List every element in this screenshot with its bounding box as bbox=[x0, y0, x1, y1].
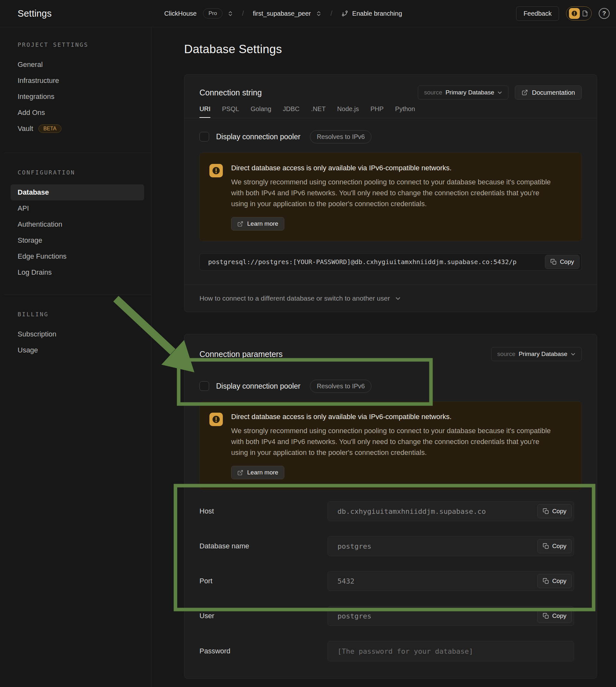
chevrons-up-down-icon[interactable] bbox=[228, 11, 233, 16]
host-field-row: Host db.cxhygiuitamxhniiddjm.supabase.co… bbox=[199, 501, 582, 521]
resolves-to-ipv6-badge: Resolves to IPv6 bbox=[310, 130, 371, 143]
warning-title: Direct database access is only available… bbox=[231, 413, 569, 421]
source-label: source bbox=[424, 89, 442, 96]
page-title: Database Settings bbox=[184, 43, 282, 56]
plan-badge: Pro bbox=[203, 8, 222, 19]
copy-host-button[interactable]: Copy bbox=[537, 504, 572, 518]
connection-string-title: Connection string bbox=[199, 86, 262, 99]
sidebar-item-edge-functions[interactable]: Edge Functions bbox=[0, 248, 151, 264]
pooler-label: Display connection pooler bbox=[216, 382, 300, 391]
sidebar-item-usage[interactable]: Usage bbox=[0, 342, 151, 358]
connection-uri-value: postgresql://postgres:[YOUR-PASSWORD]@db… bbox=[208, 258, 516, 266]
database-name-label: Database name bbox=[199, 542, 328, 550]
copy-icon bbox=[543, 613, 549, 619]
sidebar-item-subscription[interactable]: Subscription bbox=[0, 326, 151, 342]
external-link-icon bbox=[522, 89, 528, 96]
learn-more-button[interactable]: Learn more bbox=[231, 217, 284, 230]
password-label: Password bbox=[199, 647, 328, 655]
tab-dotnet[interactable]: .NET bbox=[311, 105, 326, 118]
password-input[interactable]: [The password for your database] bbox=[328, 641, 574, 661]
copy-database-name-button[interactable]: Copy bbox=[537, 539, 572, 553]
copy-user-button[interactable]: Copy bbox=[537, 609, 572, 623]
pooler-label: Display connection pooler bbox=[216, 133, 300, 141]
source-value: Primary Database bbox=[445, 89, 494, 96]
chevrons-up-down-icon[interactable] bbox=[316, 11, 322, 16]
source-label: source bbox=[497, 351, 515, 358]
connection-string-card: Connection string source Primary Databas… bbox=[184, 74, 597, 312]
user-label: User bbox=[199, 612, 328, 620]
port-input[interactable]: 5432 Copy bbox=[328, 571, 574, 591]
breadcrumb-project[interactable]: first_supabase_peer bbox=[253, 10, 311, 17]
source-select[interactable]: source Primary Database bbox=[491, 347, 582, 361]
sidebar-item-vault[interactable]: Vault BETA bbox=[0, 121, 151, 137]
sidebar-item-add-ons[interactable]: Add Ons bbox=[0, 105, 151, 121]
learn-more-button[interactable]: Learn more bbox=[231, 466, 284, 479]
tab-nodejs[interactable]: Node.js bbox=[337, 105, 359, 118]
database-name-field-row: Database name postgres Copy bbox=[199, 536, 582, 556]
help-button[interactable]: ? bbox=[599, 8, 610, 19]
documentation-label: Documentation bbox=[532, 89, 575, 96]
documentation-button[interactable]: Documentation bbox=[515, 86, 582, 99]
tab-golang[interactable]: Golang bbox=[251, 105, 271, 118]
source-select[interactable]: source Primary Database bbox=[418, 86, 508, 99]
connect-help-expander[interactable]: How to connect to a different database o… bbox=[184, 285, 597, 312]
git-branch-icon bbox=[341, 10, 348, 17]
chevron-down-icon bbox=[571, 352, 576, 357]
alert-icon bbox=[210, 164, 223, 177]
user-input[interactable]: postgres Copy bbox=[328, 606, 574, 626]
learn-more-label: Learn more bbox=[247, 469, 278, 476]
database-name-value: postgres bbox=[337, 542, 371, 550]
connection-parameter-fields: Host db.cxhygiuitamxhniiddjm.supabase.co… bbox=[199, 501, 582, 661]
copy-uri-button[interactable]: Copy bbox=[545, 255, 579, 269]
connection-string-tabs: URI PSQL Golang JDBC .NET Node.js PHP Py… bbox=[184, 99, 597, 118]
port-field-row: Port 5432 Copy bbox=[199, 571, 582, 591]
tab-python[interactable]: Python bbox=[395, 105, 415, 118]
connection-parameters-card: Connection parameters source Primary Dat… bbox=[184, 334, 597, 679]
display-connection-pooler-checkbox[interactable] bbox=[199, 132, 209, 141]
breadcrumb-org[interactable]: ClickHouse bbox=[164, 10, 197, 17]
port-value: 5432 bbox=[337, 577, 354, 585]
database-name-input[interactable]: postgres Copy bbox=[328, 536, 574, 556]
sidebar-item-authentication[interactable]: Authentication bbox=[0, 216, 151, 232]
copy-label: Copy bbox=[552, 508, 566, 515]
port-label: Port bbox=[199, 577, 328, 585]
tab-jdbc[interactable]: JDBC bbox=[283, 105, 299, 118]
tab-psql[interactable]: PSQL bbox=[222, 105, 239, 118]
page-header-title: Settings bbox=[18, 8, 51, 19]
user-value: postgres bbox=[337, 612, 371, 620]
sidebar-item-database[interactable]: Database bbox=[0, 184, 151, 200]
warning-title: Direct database access is only available… bbox=[231, 164, 569, 172]
password-field-row: Password [The password for your database… bbox=[199, 641, 582, 661]
copy-icon bbox=[543, 508, 549, 514]
copy-icon bbox=[550, 259, 557, 265]
header-actions: Feedback ? bbox=[516, 6, 616, 21]
copy-label: Copy bbox=[552, 542, 566, 550]
expander-label: How to connect to a different database o… bbox=[199, 294, 390, 302]
copy-icon bbox=[543, 578, 549, 584]
copy-port-button[interactable]: Copy bbox=[537, 574, 572, 588]
sidebar-item-storage[interactable]: Storage bbox=[0, 232, 151, 248]
tab-uri[interactable]: URI bbox=[199, 105, 210, 118]
settings-sidebar: PROJECT SETTINGS General Infrastructure … bbox=[0, 27, 151, 687]
sidebar-item-integrations[interactable]: Integrations bbox=[0, 89, 151, 105]
user-field-row: User postgres Copy bbox=[199, 606, 582, 626]
alert-icon bbox=[569, 8, 580, 19]
feedback-button[interactable]: Feedback bbox=[516, 6, 559, 21]
warning-body: We strongly recommend using connection p… bbox=[231, 177, 558, 209]
copy-label: Copy bbox=[560, 258, 574, 265]
breadcrumb-separator: / bbox=[330, 9, 332, 18]
sidebar-item-log-drains[interactable]: Log Drains bbox=[0, 264, 151, 281]
learn-more-label: Learn more bbox=[247, 220, 278, 227]
enable-branching-label: Enable branching bbox=[352, 10, 402, 17]
notifications-button[interactable] bbox=[566, 6, 592, 21]
sidebar-item-infrastructure[interactable]: Infrastructure bbox=[0, 73, 151, 89]
tab-php[interactable]: PHP bbox=[370, 105, 383, 118]
host-input[interactable]: db.cxhygiuitamxhniiddjm.supabase.co Copy bbox=[328, 501, 574, 521]
connection-uri-readout: postgresql://postgres:[YOUR-PASSWORD]@db… bbox=[199, 253, 582, 270]
source-value: Primary Database bbox=[519, 351, 567, 358]
sidebar-item-api[interactable]: API bbox=[0, 200, 151, 216]
copy-label: Copy bbox=[552, 613, 566, 619]
sidebar-item-general[interactable]: General bbox=[0, 57, 151, 73]
enable-branching-button[interactable]: Enable branching bbox=[341, 10, 402, 17]
display-connection-pooler-checkbox[interactable] bbox=[199, 381, 209, 391]
